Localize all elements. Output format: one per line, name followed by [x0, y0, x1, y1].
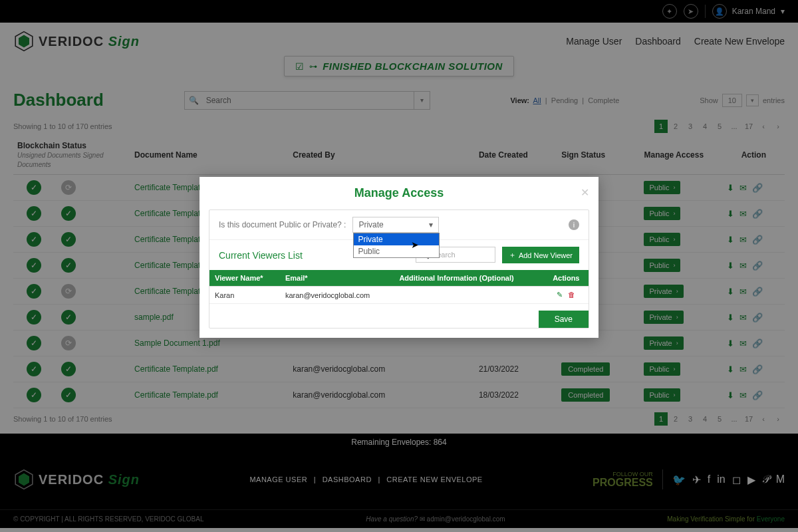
privacy-question: Is this document Public or Private? : — [219, 220, 346, 229]
modal-title: Manage Access — [209, 186, 589, 200]
close-icon[interactable]: ✕ — [581, 186, 589, 199]
privacy-select[interactable]: Private ▾ Private Public — [352, 217, 439, 233]
viewers-title: Current Viewers List — [219, 250, 303, 261]
save-button[interactable]: Save — [539, 311, 589, 328]
option-public[interactable]: Public — [354, 245, 439, 257]
plus-icon: ＋ — [509, 250, 516, 260]
edit-icon[interactable]: ✎ — [557, 291, 563, 299]
viewers-table: Viewer Name* Email* Additional Informati… — [209, 270, 589, 304]
privacy-dropdown: Private Public — [353, 233, 440, 258]
delete-icon[interactable]: 🗑 — [568, 291, 575, 299]
info-icon[interactable]: i — [569, 219, 579, 230]
viewer-row: Karankaran@veridocglobal.com✎🗑 — [209, 287, 589, 304]
option-private[interactable]: Private — [354, 233, 439, 245]
manage-access-modal: Manage Access ✕ Is this document Public … — [200, 177, 598, 338]
chevron-down-icon: ▾ — [429, 220, 433, 229]
add-viewer-button[interactable]: ＋ Add New Viewer — [502, 247, 579, 263]
